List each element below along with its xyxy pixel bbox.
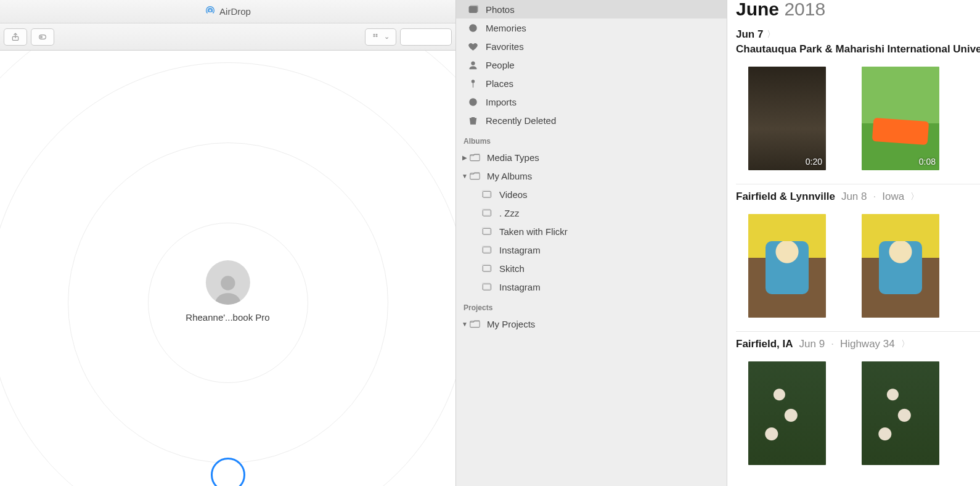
day-location: Highway 34 [840,338,895,350]
svg-rect-6 [470,6,478,12]
sidebar-item-recently-deleted[interactable]: Recently Deleted [456,111,727,130]
chevron-right-icon: 〉 [767,29,775,40]
disclosure-down-icon[interactable]: ▼ [461,321,468,327]
day-location: Iowa [882,191,904,203]
search-field[interactable] [400,28,452,46]
thumbnail-row: 0:200:08 [736,67,980,170]
album-label: Skitch [499,263,525,274]
sidebar-item-imports[interactable]: Imports [456,93,727,111]
airdrop-icon [205,5,216,18]
day-group: Fairfield & LynnvilleJun 8·Iowa〉 [736,184,980,318]
sidebar-item-label: Favorites [486,41,524,52]
day-date: Jun 9 [799,338,825,350]
video-thumbnail[interactable]: 0:08 [862,67,939,170]
chevron-right-icon: 〉 [910,191,919,202]
my-albums-label: My Albums [487,171,532,181]
heart-icon [467,41,478,52]
clock-icon [467,97,478,107]
disclosure-down-icon[interactable]: ▼ [461,173,468,179]
sidebar-item-places[interactable]: Places [456,74,727,93]
sidebar-item-photos[interactable]: Photos [456,0,727,19]
sidebar-item-favorites[interactable]: Favorites [456,37,727,56]
trash-icon [467,115,478,126]
album-icon [482,264,493,273]
day-title: Chautauqua Park & Maharishi Internationa… [736,43,980,56]
day-meta-header[interactable]: Fairfield & LynnvilleJun 8·Iowa〉 [736,191,980,203]
photo-thumbnail[interactable] [748,361,826,465]
sidebar-album-taken-with-flickr[interactable]: Taken with Flickr [456,222,727,241]
video-duration: 0:08 [919,157,936,167]
svg-point-4 [221,276,235,290]
day-date: Jun 7 [736,28,763,41]
svg-point-9 [472,80,474,82]
pin-icon [467,78,478,89]
day-group: Fairfield, IAJun 9·Highway 34〉 [736,331,980,465]
day-date-header[interactable]: Jun 7〉 [736,28,980,41]
folder-icon [470,319,481,328]
thumbnail-row [736,214,980,318]
album-icon [482,282,493,291]
sidebar-my-projects[interactable]: ▼ My Projects [456,315,727,333]
album-label: Videos [499,189,528,200]
sidebar-album-videos[interactable]: Videos [456,185,727,204]
thumbnail-row [736,361,980,465]
sidebar-item-label: Recently Deleted [486,115,556,126]
month-label: June [736,0,779,19]
chevron-right-icon: 〉 [901,339,910,350]
avatar-icon [205,260,250,305]
tags-button[interactable] [31,28,54,46]
dropbox-button[interactable]: ⌄ [365,28,396,46]
folder-icon [470,153,481,162]
finder-window: AirDrop ⌄ Rhean [0,0,456,486]
sidebar-album-instagram[interactable]: Instagram [456,278,727,296]
day-title: Fairfield & Lynnville [736,191,835,203]
album-icon [482,245,493,254]
sidebar-media-types[interactable]: ▶ Media Types [456,148,727,167]
contact-name: Rheanne'...book Pro [186,312,269,323]
share-button[interactable] [4,28,27,46]
sidebar-item-label: People [486,60,515,70]
sidebar-my-albums[interactable]: ▼ My Albums [456,167,727,185]
photos-sidebar: PhotosMemoriesFavoritesPeoplePlacesImpor… [456,0,727,486]
sidebar-item-label: Imports [486,97,517,107]
disclosure-right-icon[interactable]: ▶ [461,154,468,161]
section-header-projects: Projects [456,296,727,315]
airdrop-contact[interactable]: Rheanne'...book Pro [186,260,269,323]
sidebar-album-skitch[interactable]: Skitch [456,259,727,278]
my-projects-label: My Projects [487,319,535,329]
media-types-label: Media Types [487,152,539,163]
video-thumbnail[interactable]: 0:20 [748,67,826,170]
video-duration: 0:20 [806,157,822,167]
year-label: 2018 [784,0,825,19]
photo-thumbnail[interactable] [862,361,939,465]
sidebar-item-memories[interactable]: Memories [456,19,727,37]
photo-thumbnail[interactable] [748,214,826,318]
finder-title: AirDrop [219,6,251,17]
airdrop-body: Rheanne'...book Pro [0,51,455,486]
person-icon [467,60,478,70]
album-icon [482,190,493,199]
sidebar-album-instagram[interactable]: Instagram [456,241,727,259]
svg-point-8 [471,61,475,65]
svg-point-3 [41,36,43,38]
sidebar-item-people[interactable]: People [456,56,727,74]
album-icon [482,208,493,217]
sidebar-item-label: Memories [486,23,526,33]
folder-icon [470,171,481,180]
album-label: Instagram [499,245,541,255]
photos-icon [467,4,478,15]
sidebar-album--zzz[interactable]: . Zzz [456,204,727,222]
section-header-albums: Albums [456,130,727,148]
chevron-down-icon: ⌄ [384,33,390,41]
svg-point-0 [209,9,212,12]
sidebar-item-label: Places [486,78,513,89]
finder-titlebar: AirDrop [0,0,455,23]
photo-thumbnail[interactable] [862,214,939,318]
finder-toolbar: ⌄ [0,23,455,51]
month-header[interactable]: June 2018 [736,0,980,19]
day-group: Jun 7〉Chautauqua Park & Maharishi Intern… [736,28,980,170]
day-date: Jun 8 [841,191,867,203]
photos-content: June 2018 Jun 7〉Chautauqua Park & Mahari… [727,0,980,486]
day-title: Fairfield, IA [736,338,793,350]
day-meta-header[interactable]: Fairfield, IAJun 9·Highway 34〉 [736,338,980,350]
